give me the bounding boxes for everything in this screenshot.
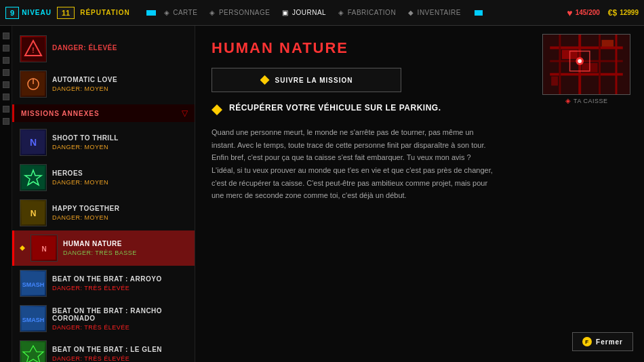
- fabrication-icon: ◈: [338, 9, 344, 16]
- map-thumbnail[interactable]: ◈ TA CAISSE: [542, 34, 630, 102]
- svg-rect-31: [551, 77, 558, 86]
- mission-happy-danger: DANGER: MOYEN: [52, 214, 189, 221]
- follow-btn-label: SUIVRE LA MISSION: [275, 77, 353, 84]
- mission-human-title: HUMAN NATURE: [63, 240, 189, 247]
- level-label: NIVEAU: [22, 9, 52, 16]
- svg-text:N: N: [41, 245, 46, 253]
- map-image: [542, 34, 630, 95]
- missions-annexes-label: MISSIONS ANNEXES: [21, 110, 100, 117]
- close-btn-label: Fermer: [596, 338, 623, 346]
- nav-fabrication-label: FABRICATION: [348, 9, 396, 16]
- side-icon-2: [3, 45, 9, 52]
- mission-shoot-info: SHOOT TO THRILL DANGER: MOYEN: [52, 134, 189, 150]
- mission-description-text: Quand une personne meurt, le monde ne s'…: [212, 126, 496, 202]
- nav-journal-label: JOURNAL: [292, 9, 326, 16]
- mission-danger-eleve[interactable]: ! DANGER: ÉLEVÉE: [12, 31, 195, 66]
- mission-happy-together[interactable]: N HAPPY TOGETHER DANGER: MOYEN: [12, 195, 195, 230]
- health-value: 145/200: [576, 9, 600, 16]
- inventaire-icon: ◆: [408, 9, 414, 16]
- mission-beat-rancho-info: BEAT ON THE BRAT : RANCHO CORONADO DANGE…: [52, 307, 189, 331]
- svg-rect-32: [601, 40, 613, 47]
- svg-point-34: [578, 59, 582, 63]
- mission-beat-arroyo-info: BEAT ON THE BRAT : ARROYO DANGER: TRÈS É…: [52, 275, 189, 291]
- journal-icon: ▣: [282, 9, 289, 16]
- nav-carte[interactable]: ◈ CARTE: [164, 9, 198, 16]
- objective-diamond-icon: [212, 104, 222, 115]
- rep-label: RÉPUTATION: [80, 9, 130, 16]
- health-display: ♥ 145/200: [567, 7, 599, 18]
- mission-beat-rancho-danger: DANGER: TRÈS ÉLEVÉE: [52, 324, 189, 331]
- mission-beat-rancho[interactable]: SMASH BEAT ON THE BRAT : RANCHO CORONADO…: [12, 301, 195, 336]
- mission-beat-rancho-thumb: SMASH: [20, 305, 47, 332]
- nav-personnage-label: PERSONNAGE: [219, 9, 270, 16]
- level-number: 9: [5, 7, 19, 19]
- nav-inventaire[interactable]: ◆ INVENTAIRE: [408, 9, 461, 16]
- rep-number: 11: [57, 7, 75, 19]
- mission-human-info: HUMAN NATURE DANGER: TRÈS BASSE: [63, 240, 189, 256]
- mission-shoot-to-thrill[interactable]: N SHOOT TO THRILL DANGER: MOYEN: [12, 125, 195, 160]
- follow-mission-button[interactable]: SUIVRE LA MISSION: [212, 68, 401, 92]
- mission-automatic-love[interactable]: AUTOMATIC LOVE DANGER: MOYEN: [12, 66, 195, 102]
- mission-danger-eleve-info: DANGER: ÉLEVÉE: [52, 44, 189, 54]
- mission-beat-rancho-title: BEAT ON THE BRAT : RANCHO CORONADO: [52, 307, 189, 322]
- money-display: €$ 12999: [608, 8, 639, 18]
- nav-inventaire-label: INVENTAIRE: [418, 9, 461, 16]
- mission-heroes[interactable]: HEROES DANGER: MOYEN: [12, 160, 195, 195]
- mission-heroes-danger: DANGER: MOYEN: [52, 179, 189, 186]
- ep-icon: [146, 10, 156, 16]
- inv-badge: [475, 10, 483, 16]
- rep-display: 11 RÉPUTATION: [57, 7, 141, 19]
- nav-personnage[interactable]: ◈ PERSONNAGE: [209, 9, 270, 16]
- nav-carte-label: CARTE: [173, 9, 197, 16]
- mission-beat-glen[interactable]: BEAT ON THE BRAT : LE GLEN DANGER: TRÈS …: [12, 336, 195, 362]
- nav-journal[interactable]: ▣ JOURNAL: [282, 9, 326, 16]
- mission-human-nature[interactable]: N HUMAN NATURE DANGER: TRÈS BASSE: [12, 230, 195, 266]
- missions-annexes-header[interactable]: MISSIONS ANNEXES ▽: [12, 104, 195, 122]
- nav-fabrication[interactable]: ◈ FABRICATION: [338, 9, 396, 16]
- mission-beat-arroyo-danger: DANGER: TRÈS ÉLEVÉE: [52, 285, 189, 291]
- side-icon-5: [3, 81, 9, 88]
- left-decoration: [0, 26, 12, 362]
- mission-automatic-love-danger: DANGER: MOYEN: [52, 85, 189, 92]
- mission-shoot-thumb: N: [20, 129, 47, 156]
- mission-happy-thumb: N: [20, 199, 47, 226]
- mission-beat-glen-info: BEAT ON THE BRAT : LE GLEN DANGER: TRÈS …: [52, 346, 189, 362]
- svg-text:SMASH: SMASH: [22, 281, 45, 288]
- carte-icon: ◈: [164, 9, 170, 16]
- objective-row: RÉCUPÉRER VOTRE VÉHICULE SUR LE PARKING.: [212, 103, 628, 115]
- mission-human-thumb: N: [31, 235, 58, 262]
- map-pin-icon: ◈: [565, 97, 571, 104]
- svg-text:N: N: [31, 209, 37, 218]
- svg-text:N: N: [30, 137, 37, 148]
- mission-shoot-danger: DANGER: MOYEN: [52, 144, 189, 150]
- svg-text:!: !: [32, 47, 34, 54]
- map-label: ◈ TA CAISSE: [542, 97, 630, 104]
- mission-happy-title: HAPPY TOGETHER: [52, 205, 189, 212]
- side-icon-3: [3, 57, 9, 64]
- mission-heroes-title: HEROES: [52, 169, 189, 177]
- mission-danger-eleve-thumb: !: [20, 35, 47, 62]
- mission-danger-eleve-title: DANGER: ÉLEVÉE: [52, 44, 189, 52]
- close-button[interactable]: F Fermer: [572, 332, 633, 351]
- mission-shoot-title: SHOOT TO THRILL: [52, 134, 189, 142]
- objective-text: RÉCUPÉRER VOTRE VÉHICULE SUR LE PARKING.: [229, 103, 441, 113]
- side-icon-1: [3, 33, 9, 39]
- top-navigation-bar: 9 NIVEAU 11 RÉPUTATION ◈ CARTE ◈ PERSONN…: [0, 0, 644, 26]
- side-icon-7: [3, 106, 9, 113]
- missions-sidebar: ! DANGER: ÉLEVÉE AUTOMATIC LOVE DANGER: …: [12, 26, 195, 362]
- section-chevron-icon: ▽: [182, 108, 188, 118]
- map-label-text: TA CAISSE: [573, 98, 607, 104]
- follow-icon: [260, 75, 270, 85]
- level-display: 9 NIVEAU: [5, 7, 52, 19]
- side-icon-4: [3, 69, 9, 76]
- side-icon-6: [3, 94, 9, 100]
- svg-text:SMASH: SMASH: [22, 317, 45, 323]
- mission-happy-info: HAPPY TOGETHER DANGER: MOYEN: [52, 205, 189, 221]
- active-marker-icon: [20, 245, 25, 251]
- mission-automatic-love-title: AUTOMATIC LOVE: [52, 76, 189, 83]
- mission-beat-glen-danger: DANGER: TRÈS ÉLEVÉE: [52, 355, 189, 362]
- mission-beat-arroyo[interactable]: SMASH BEAT ON THE BRAT : ARROYO DANGER: …: [12, 266, 195, 301]
- side-icon-8: [3, 118, 9, 125]
- mission-heroes-info: HEROES DANGER: MOYEN: [52, 169, 189, 186]
- mission-automatic-love-info: AUTOMATIC LOVE DANGER: MOYEN: [52, 76, 189, 92]
